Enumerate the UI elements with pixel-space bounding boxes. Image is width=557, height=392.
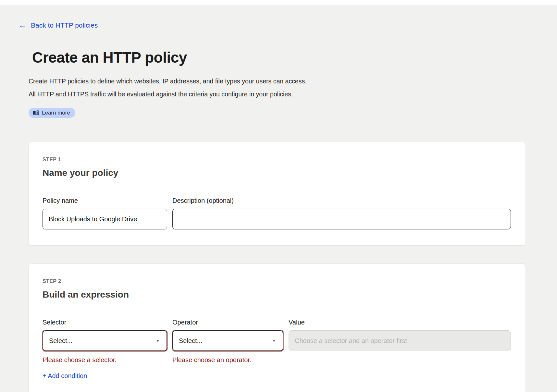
page-description-line2: All HTTP and HTTPS traffic will be evalu… — [29, 88, 557, 101]
operator-dropdown-value: Select... — [179, 337, 202, 345]
caret-down-icon: ▼ — [155, 339, 160, 343]
value-input — [289, 330, 511, 351]
selector-label: Selector — [43, 319, 167, 326]
selector-error-message: Please choose a selector. — [43, 356, 167, 364]
selector-dropdown[interactable]: Select... ▼ — [43, 330, 167, 351]
operator-label: Operator — [172, 319, 283, 326]
step1-label: STEP 1 — [43, 157, 511, 163]
selector-dropdown-value: Select... — [49, 337, 72, 345]
operator-dropdown[interactable]: Select... ▼ — [172, 330, 283, 351]
book-icon — [33, 110, 39, 116]
back-to-http-policies-link[interactable]: ← Back to HTTP policies — [19, 21, 98, 29]
step2-card: STEP 2 Build an expression Selector Sele… — [29, 263, 526, 392]
step1-heading: Name your policy — [43, 168, 511, 178]
step2-label: STEP 2 — [43, 278, 511, 284]
page-description: Create HTTP policies to define which web… — [29, 75, 557, 101]
learn-more-button[interactable]: Learn more — [29, 108, 75, 118]
description-label: Description (optional) — [172, 197, 511, 204]
description-input[interactable] — [172, 209, 511, 229]
policy-name-label: Policy name — [43, 197, 167, 204]
step1-card: STEP 1 Name your policy Policy name Desc… — [29, 142, 526, 246]
learn-more-label: Learn more — [42, 110, 70, 116]
add-condition-link[interactable]: + Add condition — [43, 372, 167, 380]
page-description-line1: Create HTTP policies to define which web… — [29, 75, 557, 88]
caret-down-icon: ▼ — [272, 339, 276, 343]
back-link-label: Back to HTTP policies — [31, 21, 98, 29]
step2-heading: Build an expression — [43, 289, 511, 300]
top-strip — [0, 0, 557, 5]
arrow-left-icon: ← — [19, 21, 26, 29]
page-title: Create an HTTP policy — [32, 49, 557, 66]
value-label: Value — [289, 319, 511, 326]
operator-error-message: Please choose an operator. — [172, 356, 283, 364]
policy-name-input[interactable] — [43, 209, 167, 229]
